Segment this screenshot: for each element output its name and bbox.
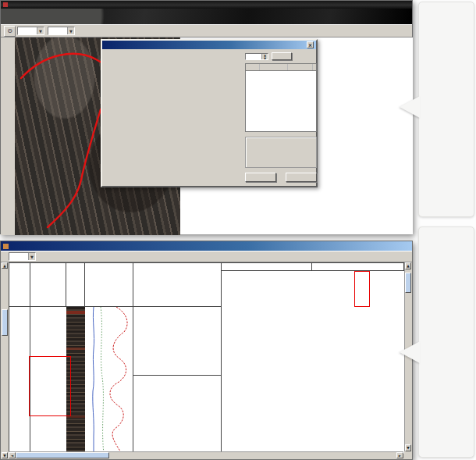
spinner-arrows-icon[interactable]: ▲▼	[261, 54, 268, 59]
result-table-header	[246, 64, 316, 71]
app-icon	[3, 2, 8, 7]
description-paragraph	[133, 307, 221, 376]
stereonet-plot[interactable]	[104, 50, 244, 187]
description-paragraph	[133, 376, 221, 453]
label-card-bottom[interactable]	[418, 226, 474, 458]
cancel-button[interactable]	[286, 173, 317, 182]
borehole-combo-value	[48, 27, 67, 34]
dialog-panel: ▲▼	[245, 52, 317, 187]
top-window: ⊙ ▼ ▼ × ▲▼	[0, 0, 413, 234]
zn-column-highlight	[354, 271, 370, 307]
banner	[1, 9, 412, 24]
description-column	[133, 307, 222, 454]
ok-button[interactable]	[245, 173, 276, 182]
log-data-area	[9, 307, 404, 454]
core-red-band	[66, 348, 85, 350]
bottom-card-pointer	[400, 341, 420, 363]
sampling-group-header	[222, 262, 312, 271]
chevron-down-icon[interactable]: ▼	[28, 253, 35, 260]
side-tool-strip	[1, 37, 15, 235]
log-curves	[85, 307, 133, 454]
core-red-band	[66, 415, 85, 418]
hscrollbar[interactable]: ◄ ►	[9, 451, 403, 458]
group-count-spinner[interactable]: ▲▼	[245, 53, 268, 60]
depth-header	[9, 262, 30, 307]
group-button[interactable]	[272, 52, 292, 60]
app-icon	[3, 244, 9, 249]
chevron-down-icon[interactable]: ▼	[37, 27, 44, 34]
query-groupbox	[245, 137, 317, 168]
borehole-combo[interactable]: ▼	[48, 27, 75, 35]
analysis-group-header	[312, 262, 404, 271]
left-scrollbar[interactable]: ▲ ▼	[2, 262, 8, 458]
occurrence-dialog: × ▲▼	[101, 39, 318, 187]
core-red-band	[66, 311, 85, 314]
top-card-pointer	[400, 96, 420, 118]
top-toolbar: ⊙ ▼ ▼	[1, 24, 412, 37]
depth-ruler	[9, 307, 30, 454]
bottom-window: ▼ ▲ ▼	[0, 241, 413, 460]
description-header	[133, 262, 222, 307]
log-header-band	[9, 262, 404, 307]
label-card-top[interactable]	[418, 2, 474, 217]
core-section-header	[66, 262, 85, 307]
lith-column-header	[30, 262, 66, 307]
close-icon[interactable]: ×	[307, 41, 314, 48]
top-window-titlebar[interactable]	[1, 1, 412, 9]
scale-combo[interactable]: ▼	[9, 252, 36, 261]
col-index	[246, 64, 260, 70]
zoom-combo[interactable]: ▼	[17, 27, 44, 35]
curve-track	[85, 307, 133, 454]
page: ⊙ ▼ ▼ × ▲▼	[0, 0, 476, 460]
ore-interval-highlight	[29, 356, 71, 416]
dialog-titlebar[interactable]: ×	[102, 41, 316, 49]
curve-headers	[85, 262, 133, 307]
bottom-toolbar: ▼	[1, 251, 412, 262]
core-image-strip[interactable]	[66, 307, 85, 454]
result-table[interactable]	[245, 63, 317, 132]
search-icon[interactable]: ⊙	[4, 26, 16, 37]
col-dip-direction	[260, 64, 288, 70]
bottom-window-titlebar[interactable]	[1, 241, 412, 251]
col-dip-angle	[288, 64, 313, 70]
scale-combo-value	[9, 253, 28, 260]
chevron-down-icon[interactable]: ▼	[67, 27, 74, 34]
zoom-combo-value	[18, 27, 37, 34]
